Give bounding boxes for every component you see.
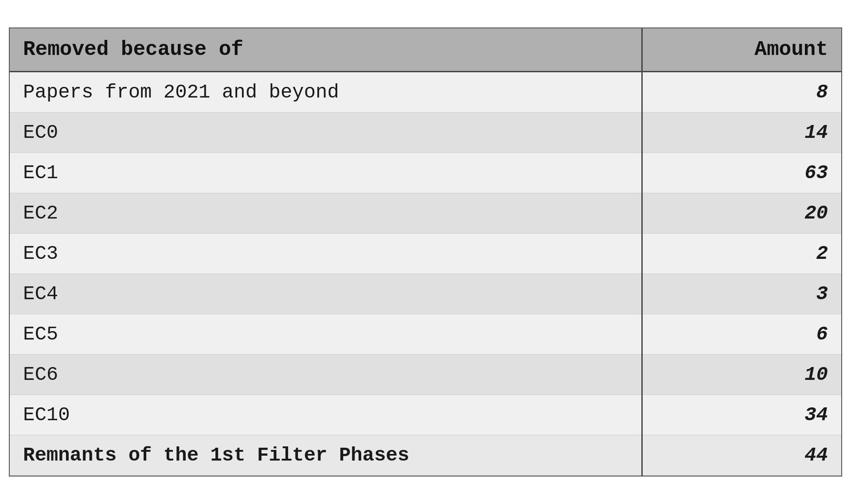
- table-row: EC32: [10, 234, 841, 274]
- amount-cell: 20: [642, 193, 841, 234]
- reason-cell: EC1: [10, 153, 642, 193]
- amount-cell: 2: [642, 234, 841, 274]
- reason-cell: EC2: [10, 193, 642, 234]
- table-header-row: Removed because of Amount: [10, 28, 841, 72]
- reason-cell: EC4: [10, 274, 642, 314]
- reason-cell: EC10: [10, 395, 642, 435]
- reason-cell: EC6: [10, 355, 642, 395]
- table-row: EC56: [10, 314, 841, 355]
- table-row: Remnants of the 1st Filter Phases44: [10, 435, 841, 476]
- amount-cell: 3: [642, 274, 841, 314]
- amount-cell: 44: [642, 435, 841, 476]
- table-row: EC1034: [10, 395, 841, 435]
- table-row: EC610: [10, 355, 841, 395]
- amount-cell: 8: [642, 72, 841, 113]
- table-row: EC163: [10, 153, 841, 193]
- reason-cell: Papers from 2021 and beyond: [10, 72, 642, 113]
- amount-cell: 10: [642, 355, 841, 395]
- table-row: EC220: [10, 193, 841, 234]
- reason-cell: EC5: [10, 314, 642, 355]
- table-row: Papers from 2021 and beyond8: [10, 72, 841, 113]
- amount-cell: 63: [642, 153, 841, 193]
- table-row: EC014: [10, 113, 841, 153]
- header-amount-col: Amount: [642, 28, 841, 72]
- reason-cell: EC0: [10, 113, 642, 153]
- amount-cell: 34: [642, 395, 841, 435]
- table-row: EC43: [10, 274, 841, 314]
- header-reason-col: Removed because of: [10, 28, 642, 72]
- reason-cell: Remnants of the 1st Filter Phases: [10, 435, 642, 476]
- reason-cell: EC3: [10, 234, 642, 274]
- main-table-wrapper: Removed because of Amount Papers from 20…: [9, 27, 842, 477]
- amount-cell: 6: [642, 314, 841, 355]
- removal-table: Removed because of Amount Papers from 20…: [10, 28, 841, 476]
- amount-cell: 14: [642, 113, 841, 153]
